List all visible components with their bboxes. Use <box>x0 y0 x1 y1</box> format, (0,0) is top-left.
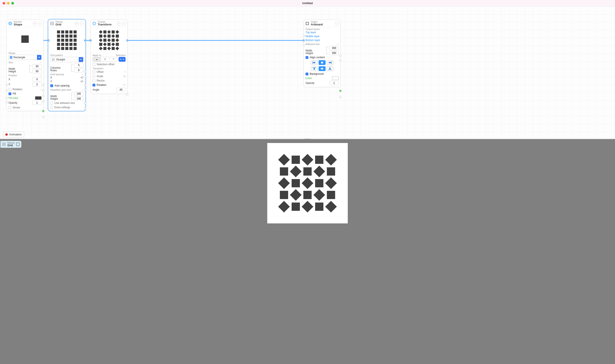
input-port[interactable] <box>6 84 8 86</box>
apply-all-button[interactable]: ● <box>93 57 101 62</box>
expand-icon[interactable]: ⤢ <box>40 61 42 64</box>
ab-height-input[interactable] <box>329 51 339 55</box>
background-checkbox[interactable] <box>306 73 308 75</box>
selection-offset-checkbox[interactable] <box>93 63 95 66</box>
columns-input[interactable] <box>74 63 83 67</box>
animation-tab[interactable]: Animation <box>3 131 24 137</box>
color-output-port[interactable] <box>42 110 44 112</box>
use-artboard-checkbox[interactable] <box>50 102 53 104</box>
link-icon[interactable] <box>326 47 329 54</box>
rows-input[interactable] <box>74 68 83 72</box>
shape-type-dropdown[interactable]: Rectangle <box>9 55 42 60</box>
node-canvas[interactable]: Element Shape ✓ ⋯ Shape Rectangle Size⤢ … <box>0 7 615 139</box>
input-port[interactable] <box>90 39 92 41</box>
add-icon[interactable]: + <box>82 73 83 76</box>
fill-checkbox[interactable] <box>9 92 11 95</box>
input-port[interactable] <box>6 97 8 99</box>
node-check-button[interactable]: ✓ <box>33 22 37 26</box>
minimize-window-button[interactable] <box>7 2 10 5</box>
expand-icon[interactable]: ⤢ <box>337 43 339 45</box>
stroke-checkbox[interactable] <box>9 106 11 109</box>
node-header[interactable]: Change Transform ✓ ⋯ <box>91 20 127 27</box>
node-transform[interactable]: Change Transform ✓ ⋯ Apply toSelection ●… <box>91 20 127 94</box>
close-window-button[interactable] <box>3 2 5 5</box>
bottom-layer-link[interactable]: Bottom layer <box>306 39 320 42</box>
area-width-input[interactable] <box>74 91 83 96</box>
selection-dropdown[interactable] <box>119 57 126 62</box>
settings-icon[interactable]: ⊕ <box>123 75 126 78</box>
input-port[interactable] <box>47 39 50 41</box>
node-header[interactable]: Element Shape ✓ ⋯ <box>7 20 43 27</box>
rotation-checkbox[interactable] <box>93 84 95 87</box>
node-check-button[interactable]: ✓ <box>117 22 121 26</box>
rotate-icon[interactable]: ↻ <box>123 83 126 87</box>
output-port[interactable] <box>126 93 128 95</box>
x-input[interactable] <box>32 77 42 81</box>
apply-alt-button[interactable]: ⠛ <box>110 57 117 62</box>
align-hcenter-button[interactable] <box>319 60 326 65</box>
y-input[interactable] <box>32 82 42 87</box>
output-port[interactable] <box>84 107 86 109</box>
area-height-input[interactable] <box>74 96 83 101</box>
offset-checkbox[interactable] <box>93 71 95 73</box>
artboard-preview[interactable] <box>267 143 348 223</box>
node-menu-button[interactable]: ⋯ <box>80 22 84 26</box>
output-port[interactable] <box>42 89 44 91</box>
ab-width-input[interactable] <box>329 46 339 50</box>
output-port[interactable] <box>42 95 44 97</box>
add-icon[interactable]: + <box>40 74 42 77</box>
node-menu-button[interactable]: ⋯ <box>122 22 126 26</box>
rotation-checkbox[interactable] <box>9 88 11 91</box>
align-content-checkbox[interactable] <box>306 56 308 59</box>
angle-input[interactable] <box>116 88 126 92</box>
node-shape[interactable]: Element Shape ✓ ⋯ Shape Rectangle Size⤢ … <box>7 20 43 111</box>
output-port[interactable] <box>42 84 44 86</box>
top-layer-link[interactable]: Top layer <box>306 31 316 34</box>
align-bottom-button[interactable] <box>326 66 333 71</box>
output-port[interactable] <box>84 39 86 41</box>
apply-grid-button[interactable]: ⠿ <box>101 57 109 62</box>
middle-layer-link[interactable]: Middle layer <box>306 35 320 38</box>
node-menu-button[interactable]: ⋯ <box>335 22 339 26</box>
output-area[interactable]: RepeatGrid <box>0 139 615 364</box>
rotation-port-icon[interactable]: ○ <box>40 88 42 91</box>
artboard-icon[interactable] <box>16 143 20 146</box>
fullscreen-window-button[interactable] <box>11 2 14 5</box>
width-input[interactable] <box>32 64 42 68</box>
link-icon[interactable] <box>29 65 31 73</box>
scale-checkbox[interactable] <box>93 75 95 78</box>
input-port-top[interactable] <box>303 35 305 37</box>
apply-to-segmented[interactable]: ● ⠿ ⠛ <box>93 57 118 62</box>
resize-checkbox[interactable] <box>93 79 95 82</box>
extra-settings-checkbox[interactable] <box>50 106 53 109</box>
output-port[interactable] <box>84 102 86 104</box>
color-output-port[interactable] <box>339 90 341 92</box>
opacity-input[interactable] <box>32 101 42 105</box>
grid-pattern-dropdown[interactable]: Straight <box>50 57 83 62</box>
node-header[interactable]: Repeat Grid ✓ ⋯ <box>49 20 85 27</box>
node-check-button[interactable]: ✓ <box>75 22 79 26</box>
align-left-button[interactable] <box>311 60 318 65</box>
expand-icon[interactable]: ⤢ <box>82 89 83 91</box>
output-breadcrumb[interactable]: RepeatGrid <box>0 141 21 148</box>
input-port[interactable] <box>6 89 8 91</box>
output-port[interactable] <box>84 84 86 86</box>
link-icon[interactable] <box>71 64 73 71</box>
output-port[interactable] <box>42 100 44 102</box>
ab-opacity-input[interactable] <box>329 81 339 85</box>
align-vcenter-button[interactable] <box>319 66 326 71</box>
output-port[interactable] <box>339 54 341 57</box>
fill-color-swatch[interactable] <box>35 96 42 100</box>
add-icon[interactable]: + <box>124 70 126 73</box>
output-port[interactable] <box>126 39 128 41</box>
output-port[interactable] <box>339 96 341 98</box>
output-port[interactable] <box>84 71 86 73</box>
auto-spacing-checkbox[interactable] <box>50 84 53 87</box>
align-top-button[interactable] <box>311 66 318 71</box>
input-port[interactable] <box>6 101 8 104</box>
node-header[interactable]: Output Artboard ⋯ <box>304 20 340 27</box>
link-icon[interactable] <box>71 92 73 100</box>
node-grid[interactable]: Repeat Grid ✓ ⋯ Grid pattern Straight Co… <box>48 20 85 111</box>
node-menu-button[interactable]: ⋯ <box>38 22 42 26</box>
input-port-middle[interactable] <box>303 39 305 41</box>
